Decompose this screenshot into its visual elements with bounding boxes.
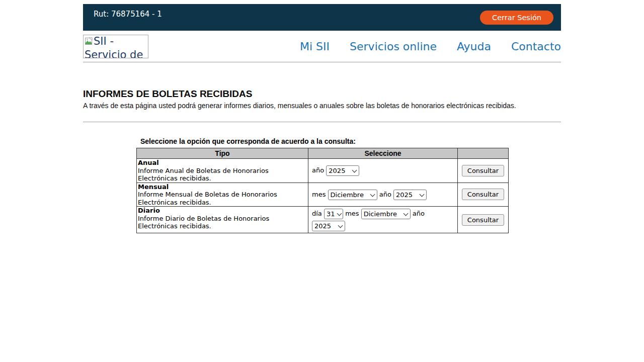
nav-servicios-online[interactable]: Servicios online: [350, 40, 437, 53]
divider: [83, 122, 561, 122]
table-row-mensual: Mensual Informe Mensual de Boletas de Ho…: [137, 183, 509, 207]
diario-mes-label: mes: [345, 210, 359, 217]
nav-ayuda[interactable]: Ayuda: [457, 40, 491, 53]
diario-dia-label: día: [312, 210, 322, 217]
nav-mi-sii[interactable]: Mi SII: [300, 40, 330, 53]
mensual-mes-label: mes: [312, 191, 326, 198]
session-topbar: Rut: 76875164 - 1 Cerrar Sesión: [83, 4, 561, 31]
table-row-diario: Diario Informe Diario de Boletas de Hono…: [137, 207, 509, 233]
anual-select-cell: año 2025: [308, 159, 458, 183]
rut-label: Rut: 76875164 - 1: [94, 10, 162, 31]
site-header: SII - Servicio de Mi SII Servicios onlin…: [83, 31, 561, 62]
diario-anio-label: año: [413, 210, 425, 217]
table-intro: Seleccione la opción que corresponda de …: [140, 137, 561, 145]
anual-description: Informe Anual de Boletas de Honorarios E…: [138, 167, 269, 183]
anual-consultar-button[interactable]: Consultar: [462, 165, 504, 176]
sii-logo-broken-image[interactable]: SII - Servicio de: [83, 35, 148, 58]
mensual-anio-select[interactable]: 2025: [393, 190, 427, 200]
table-row-anual: Anual Informe Anual de Boletas de Honora…: [137, 159, 509, 183]
mensual-type-cell: Mensual Informe Mensual de Boletas de Ho…: [137, 183, 308, 207]
page-description: A través de esta página usted podrá gene…: [83, 102, 561, 110]
page-container: Rut: 76875164 - 1 Cerrar Sesión SII - Se…: [83, 4, 561, 233]
mensual-title: Mensual: [138, 183, 169, 191]
anual-anio-select[interactable]: 2025: [326, 165, 359, 176]
column-header-tipo: Tipo: [137, 148, 308, 159]
diario-dia-select[interactable]: 31: [324, 209, 343, 219]
mensual-select-cell: mes Diciembre año 2025: [308, 183, 458, 207]
mensual-consultar-button[interactable]: Consultar: [462, 189, 504, 200]
anual-title: Anual: [138, 159, 159, 166]
main-nav: Mi SII Servicios online Ayuda Contacto: [300, 40, 561, 53]
consult-section: Seleccione la opción que corresponda de …: [136, 137, 561, 233]
nav-contacto[interactable]: Contacto: [511, 40, 561, 53]
logo-alt-text: SII - Servicio de: [85, 35, 143, 58]
mensual-action-cell: Consultar: [458, 183, 509, 207]
diario-description: Informe Diario de Boletas de Honorarios …: [138, 215, 269, 230]
diario-type-cell: Diario Informe Diario de Boletas de Hono…: [137, 207, 308, 233]
diario-action-cell: Consultar: [458, 207, 509, 233]
page-title: INFORMES DE BOLETAS RECIBIDAS: [83, 88, 561, 100]
mensual-anio-label: año: [379, 191, 391, 198]
column-header-actions: [458, 148, 509, 159]
mensual-description: Informe Mensual de Boletas de Honorarios…: [138, 191, 277, 206]
table-header-row: Tipo Seleccione: [137, 148, 509, 159]
diario-consultar-button[interactable]: Consultar: [462, 214, 504, 226]
anual-type-cell: Anual Informe Anual de Boletas de Honora…: [137, 159, 308, 183]
broken-image-icon: [85, 36, 93, 49]
anual-anio-label: año: [312, 166, 324, 174]
diario-anio-select[interactable]: 2025: [312, 221, 345, 231]
mensual-mes-select[interactable]: Diciembre: [328, 190, 377, 200]
diario-mes-select[interactable]: Diciembre: [361, 209, 411, 219]
diario-select-cell: día 31 mes Diciembre año 2025: [308, 207, 458, 233]
column-header-seleccione: Seleccione: [308, 148, 458, 159]
anual-action-cell: Consultar: [458, 159, 509, 183]
diario-title: Diario: [138, 207, 160, 214]
logout-button[interactable]: Cerrar Sesión: [480, 11, 553, 25]
consult-table: Tipo Seleccione Anual Informe Anual de B…: [136, 148, 509, 233]
